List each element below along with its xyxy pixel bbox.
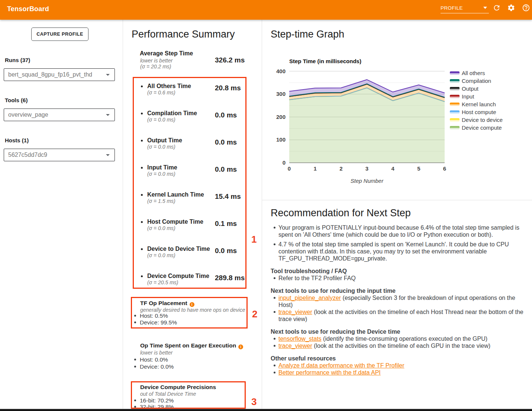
xtick-label: 2: [335, 165, 346, 172]
selector-underline: [441, 13, 489, 13]
recommendation-section-faq: Tool troubleshooting / FAQ Refer to the …: [271, 268, 524, 282]
average-step-time-value: 326.2 ms: [215, 56, 245, 64]
recommendation-title: Recommendation for Next Step: [271, 207, 411, 219]
legend-swatch: [450, 87, 460, 90]
average-step-time-label: Average Step Time: [140, 50, 193, 57]
runs-dropdown[interactable]: bert_squad_8gpu_fp16_pvt_thd: [4, 68, 115, 81]
tfdata-api-link[interactable]: Better performance with the tf.data API: [278, 369, 381, 376]
tools-label: Tools (6): [5, 97, 28, 103]
reload-icon[interactable]: [493, 4, 501, 12]
step-time-chart: Step Time (in milliseconds) Step Number …: [262, 20, 532, 195]
recommendation-item: trace_viewer (look at the activities on …: [271, 342, 524, 349]
trace-viewer-link[interactable]: trace_viewer: [278, 309, 312, 315]
ytick-label: 200: [268, 114, 286, 120]
window-bottom-edge: [0, 409, 532, 411]
legend-swatch: [450, 95, 460, 98]
eager-execution-title: Op Time Spent on Eager Executioni: [140, 342, 243, 349]
recommendation-bullet: Your program is POTENTIALLY input-bound …: [271, 224, 524, 238]
info-icon[interactable]: i: [238, 344, 243, 349]
annotation-box-3: [131, 381, 246, 409]
legend-swatch: [450, 79, 460, 82]
app-toolbar: TensorBoard PROFILE: [0, 0, 532, 20]
performance-summary-title: Performance Summary: [132, 29, 235, 40]
legend-label: Input: [462, 93, 474, 100]
bullet-dot: [274, 338, 275, 340]
eager-execution-note: lower is better: [140, 350, 173, 356]
legend-label: Compilation: [462, 78, 491, 84]
annotation-number-1: 1: [251, 234, 257, 245]
ytick-label: 300: [268, 91, 286, 97]
xtick-label: 5: [413, 165, 424, 172]
tensorboard-profile-page: TensorBoard PROFILE CAPTURE PROFILE Runs…: [0, 0, 532, 411]
sidebar-divider: [123, 20, 123, 409]
annotation-box-2: [131, 297, 248, 329]
legend-swatch: [450, 110, 460, 114]
dropdown-arrow-icon: [106, 74, 110, 76]
legend-swatch: [450, 118, 460, 122]
xtick-label: 0: [284, 165, 295, 172]
card-divider: [262, 200, 532, 200]
tools-dropdown-value: overview_page: [8, 109, 48, 120]
help-icon[interactable]: [522, 4, 530, 12]
bullet-dot: [134, 366, 136, 368]
tfdata-profiler-link[interactable]: Analyze tf.data performance with the TF …: [278, 362, 404, 369]
section-heading: Next tools to use for reducing the Devic…: [271, 328, 524, 335]
ytick-label: 0: [268, 159, 286, 166]
bullet-dot: [274, 372, 275, 373]
xtick-label: 1: [310, 165, 321, 172]
recommendation-section-device-time: Next tools to use for reducing the Devic…: [271, 328, 524, 349]
tools-dropdown[interactable]: overview_page: [4, 109, 115, 121]
eager-device: Device: 0.0%: [134, 363, 174, 370]
recommendation-item: Refer to the TF2 Profiler FAQ: [271, 275, 524, 282]
section-heading: Tool troubleshooting / FAQ: [271, 268, 524, 275]
dashboard-selector[interactable]: PROFILE: [441, 4, 489, 14]
hosts-dropdown-value: 5627c5dd7dc9: [8, 149, 47, 161]
ytick-label: 100: [268, 136, 286, 143]
legend-swatch: [450, 71, 460, 75]
recommendation-item: Analyze tf.data performance with the TF …: [271, 362, 524, 369]
recommendation-item: tensorflow_stats (identify the time-cons…: [271, 335, 524, 342]
trace-viewer-link[interactable]: trace_viewer: [278, 343, 312, 349]
dropdown-arrow-icon: [106, 114, 110, 116]
recommendation-item: trace_viewer (look at the activities on …: [271, 308, 524, 323]
xtick-label: 3: [361, 165, 373, 172]
recommendation-section-resources: Other useful resources Analyze tf.data p…: [271, 355, 524, 376]
section-heading: Next tools to use for reducing the input…: [271, 287, 524, 294]
bullet-dot: [274, 365, 275, 366]
dropdown-arrow-icon: [106, 154, 110, 156]
chart-axis-title: Step Time (in milliseconds): [289, 58, 361, 64]
legend-swatch: [450, 126, 460, 129]
runs-dropdown-value: bert_squad_8gpu_fp16_pvt_thd: [8, 69, 92, 80]
recommendation-bullet: 4.7 % of the total step time sampled is …: [271, 241, 524, 262]
xtick-label: 6: [439, 165, 450, 172]
average-step-time-sigma: (σ = 20.2 ms): [140, 64, 171, 69]
runs-label: Runs (37): [5, 57, 30, 63]
recommendation-section-input-time: Next tools to use for reducing the input…: [271, 287, 524, 323]
recommendation-item: Better performance with the tf.data API: [271, 369, 524, 376]
recommendation-item: input_pipeline_analyzer (especially Sect…: [271, 294, 524, 308]
bullet-dot: [134, 359, 136, 360]
bullet-dot: [274, 277, 275, 279]
bullet-dot: [274, 311, 275, 313]
settings-gear-icon[interactable]: [507, 4, 515, 12]
tensorflow-stats-link[interactable]: tensorflow_stats: [278, 336, 322, 342]
legend-label: Kernel launch: [462, 101, 496, 107]
hosts-label: Hosts (1): [5, 137, 29, 143]
bullet-dot: [274, 227, 275, 229]
legend-swatch: [450, 103, 460, 106]
average-step-time-note: lower is better: [140, 58, 173, 64]
capture-profile-button[interactable]: CAPTURE PROFILE: [31, 27, 88, 41]
dashboard-selector-value: PROFILE: [441, 5, 463, 11]
legend-label: Device to device: [462, 117, 503, 123]
legend-label: Device compute: [462, 124, 502, 131]
hosts-dropdown[interactable]: 5627c5dd7dc9: [4, 149, 115, 161]
bullet-dot: [274, 243, 275, 245]
annotation-box-1: [133, 77, 246, 289]
app-title: TensorBoard: [7, 5, 49, 13]
section-heading: Other useful resources: [271, 355, 524, 362]
bullet-dot: [274, 297, 275, 299]
legend-label: All others: [462, 70, 485, 76]
chevron-down-icon: [483, 7, 487, 9]
bullet-dot: [274, 345, 275, 347]
input-pipeline-analyzer-link[interactable]: input_pipeline_analyzer: [278, 295, 341, 301]
